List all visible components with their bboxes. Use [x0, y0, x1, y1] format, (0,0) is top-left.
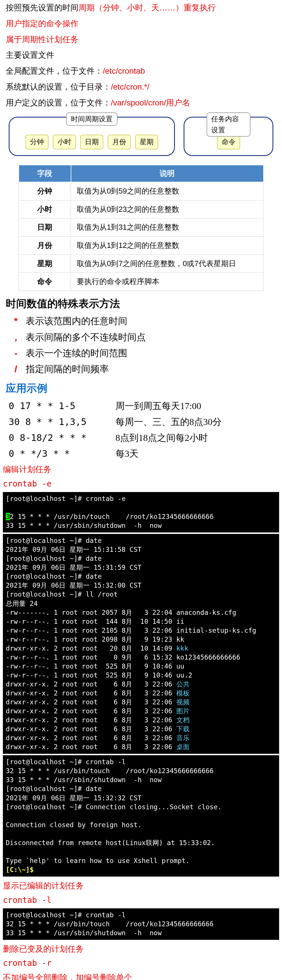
line: drwxr-xr-x. 2 root root 6 8月 3 22:06	[6, 707, 176, 715]
line: 2021年 09月 06日 星期一 15:32:32 CST	[6, 794, 141, 802]
path: /var/spool/cron/用户名	[111, 98, 190, 107]
terminal-crontab-l: [root@localhost ~]# crontab -l 32 15 * *…	[3, 908, 279, 940]
time-period-bubble: 时间周期设置 分钟 小时 日期 月份 星期	[9, 117, 175, 156]
line: [root@localhost ~]# date	[6, 573, 101, 580]
text: 全局配置文件，位于文件：	[6, 67, 103, 75]
desc: 表示一个连续的时间范围	[26, 348, 127, 358]
desc: 8点到18点之间每2小时	[116, 431, 208, 445]
line: -rw-r--r--. 1 root root 0 9月 6 15:32 ko1…	[6, 654, 240, 661]
example-row: 0 * */3 * *每3天	[0, 446, 282, 462]
dir: 音乐	[176, 734, 190, 741]
line: 2 15 * * * /usr/bin/touch /root/ko123456…	[10, 513, 214, 520]
cell: 月份	[19, 236, 71, 255]
cell: 日期	[19, 218, 71, 237]
delete-command: crontab -r	[0, 957, 282, 970]
terminal-crontab-e: [root@localhost ~]# crontab -e 32 15 * *…	[3, 492, 279, 533]
delete-note: 不加编号全部删除，加编号删除单个	[0, 970, 282, 980]
line: [root@localhost ~]# date	[6, 555, 101, 562]
show-task-heading: 显示已编辑的计划任务	[0, 878, 282, 894]
terminal-crontab-l-disconnect: [root@localhost ~]# crontab -l 32 15 * *…	[3, 755, 279, 877]
line: drwxr-xr-x. 2 root root 6 8月 3 22:06	[6, 689, 176, 697]
line: drwxr-xr-x. 2 root root 6 8月 3 22:06	[6, 743, 176, 751]
line: [root@localhost ~]# date	[6, 785, 101, 792]
special-row: - 表示一个连续的时间范围	[0, 345, 282, 361]
cell: 取值为从0到7之间的任意整数，0或7代表星期日	[71, 255, 263, 273]
table-row: 命令要执行的命令或程序脚本	[19, 273, 263, 291]
desc: 每周一、三、五的8点30分	[116, 415, 222, 430]
desc: 每3天	[116, 446, 139, 461]
text: 用户定义的设置，位于文件：	[6, 98, 111, 107]
example-row: 30 8 * * 1,3,5每周一、三、五的8点30分	[0, 414, 282, 430]
tag-day: 日期	[80, 135, 103, 149]
symbol: -	[9, 346, 23, 361]
line: 2021年 09月 06日 星期一 15:31:58 CST	[6, 546, 141, 553]
th-desc: 说明	[71, 165, 263, 182]
tag-hour: 小时	[53, 135, 76, 149]
intro-line-6: 系统默认的设置，位于目录：/etc/cron.*/	[0, 79, 282, 95]
line: 32 15 * * * /usr/bin/touch /root/ko12345…	[6, 920, 214, 928]
cell: 命令	[19, 273, 71, 291]
task-content-bubble: 任务内容设置 命令	[184, 117, 273, 156]
line: [root@localhost ~]# Connection closing..…	[6, 803, 222, 811]
line: [root@localhost ~]# crontab -l	[6, 758, 125, 765]
table-row: 星期取值为从0到7之间的任意整数，0或7代表星期日	[19, 255, 263, 273]
cell: 分钟	[19, 182, 71, 200]
dir: 下载	[176, 725, 190, 733]
line: -rw-------. 1 root root 2057 8月 3 22:04 …	[6, 609, 236, 616]
line: drwxr-xr-x. 2 root root 6 8月 3 22:06	[6, 716, 176, 724]
text-highlight: 周期（分钟、小时、天……）重复执行	[79, 3, 216, 12]
cell: 取值为从1到31之间的任意整数	[71, 218, 263, 237]
table-row: 日期取值为从1到31之间的任意整数	[19, 218, 263, 237]
table-row: 分钟取值为从0到59之间的任意整数	[19, 182, 263, 200]
line: drwxr-xr-x. 2 root root 6 8月 3 22:06	[6, 680, 176, 688]
example-row: 0 8-18/2 * * *8点到18点之间每2小时	[0, 430, 282, 446]
table-row: 小时取值为从0到23之间的任意整数	[19, 200, 263, 218]
tag-weekday: 星期	[135, 135, 158, 149]
line: 32 15 * * * /usr/bin/touch /root/ko12345…	[6, 767, 214, 775]
intro-line-2: 用户指定的命令操作	[0, 16, 282, 32]
cell: 要执行的命令或程序脚本	[71, 273, 263, 291]
cell: 取值为从0到23之间的任意整数	[71, 200, 263, 218]
dir: 模板	[176, 689, 190, 697]
intro-line-4: 主要设置文件	[0, 48, 282, 63]
dir: 桌面	[176, 743, 190, 751]
desc: 周一到周五每天17:00	[116, 399, 201, 414]
dir: 公共	[176, 680, 190, 688]
local-prompt: [C:\~]$	[6, 866, 34, 873]
cron-expr: 30 8 * * 1,3,5	[9, 415, 116, 430]
intro-line-3: 属于周期性计划任务	[0, 32, 282, 48]
desc: 表示间隔的多个不连续时间点	[26, 332, 146, 342]
field-table: 字段 说明 分钟取值为从0到59之间的任意整数 小时取值为从0到23之间的任意整…	[19, 165, 264, 291]
terminal-date-ll: [root@localhost ~]# date 2021年 09月 06日 星…	[3, 534, 279, 754]
line: drwxr-xr-x. 2 root root 20 8月 10 14:09	[6, 644, 176, 652]
cron-expr: 0 * */3 * *	[9, 446, 116, 461]
desc: 指定间隔的时间频率	[26, 364, 109, 374]
text: 系统默认的设置，位于目录：	[6, 82, 111, 91]
table-header-row: 字段 说明	[19, 165, 263, 182]
edit-command: crontab -e	[0, 477, 282, 491]
symbol: /	[9, 362, 23, 377]
dir: 图片	[176, 707, 190, 715]
delete-task-heading: 删除已变及的计划任务	[0, 941, 282, 957]
line: 2021年 09月 06日 星期一 15:32:00 CST	[6, 582, 141, 589]
cursor: 3	[6, 513, 10, 520]
cell: 取值为从1到12之间的任意整数	[71, 236, 263, 255]
line: Connection closed by foreign host.	[6, 821, 142, 829]
line: -rw-r--r--. 1 root root 2098 8月 9 19:23 …	[6, 636, 184, 643]
bubble-label: 时间周期设置	[66, 112, 117, 126]
intro-line-7: 用户定义的设置，位于文件：/var/spool/cron/用户名	[0, 95, 282, 111]
special-row: / 指定间隔的时间频率	[0, 361, 282, 377]
desc: 表示该范围内的任意时间	[26, 316, 127, 326]
symbol: ，	[9, 330, 23, 345]
tag-minute: 分钟	[25, 135, 49, 149]
special-row: ， 表示间隔的多个不连续时间点	[0, 329, 282, 345]
line: -rw-r--r--. 1 root root 2105 8月 3 22:06 …	[6, 627, 256, 634]
cell: 小时	[19, 200, 71, 218]
line: -rw-r--r--. 1 root root 525 8月 9 10:46 u…	[6, 671, 192, 679]
table-row: 月份取值为从1到12之间的任意整数	[19, 236, 263, 255]
show-command: crontab -l	[0, 894, 282, 907]
cell: 取值为从0到59之间的任意整数	[71, 182, 263, 200]
line: drwxr-xr-x. 2 root root 6 8月 3 22:06	[6, 698, 176, 706]
cron-expr: 0 8-18/2 * * *	[9, 431, 116, 445]
line: [root@localhost ~]# date	[6, 537, 101, 544]
